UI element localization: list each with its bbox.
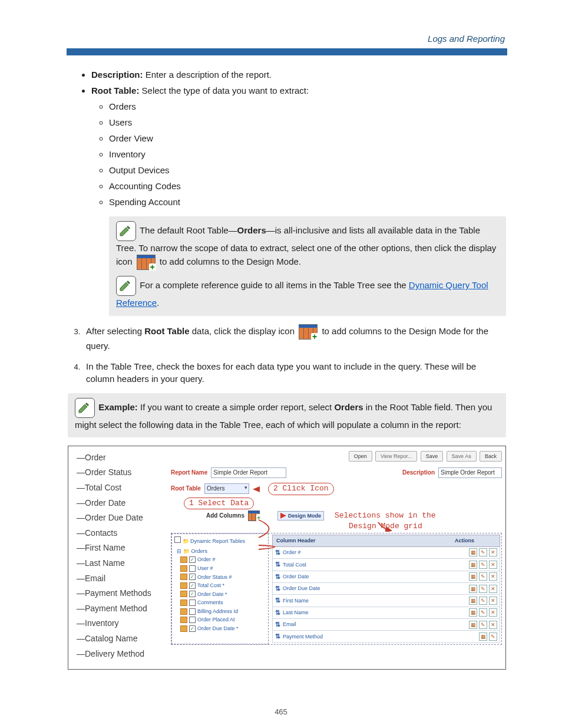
tree-node-billing-address[interactable]: Billing Address Id [180, 608, 266, 615]
field-payment-methods: —Payment Methods [77, 588, 163, 599]
action-icon[interactable]: ✎ [479, 608, 487, 617]
action-icon[interactable]: ✕ [489, 597, 497, 605]
action-icon[interactable]: ▦ [469, 608, 477, 617]
table-tree-pane: 📁 Dynamic Report Tables ⊟ 📁 Orders ✓Orde… [171, 533, 269, 644]
action-icon[interactable]: ✎ [479, 561, 487, 569]
grid-row[interactable]: ⇅First Name▦✎✕ [272, 595, 500, 607]
grid-row[interactable]: ⇅Order #▦✎✕ [272, 547, 500, 559]
screenshot-query-builder: —Order —Order Status —Total Cost —Order … [68, 446, 506, 670]
action-icon[interactable]: ▦ [479, 633, 487, 641]
callout-click-icon: 2 Click Icon [268, 483, 334, 495]
field-last-name: —Last Name [77, 558, 163, 569]
field-total-cost: —Total Cost [77, 482, 163, 494]
description-label: Description: [91, 70, 143, 80]
example-label: Example: [98, 402, 138, 412]
action-icon[interactable]: ✕ [489, 561, 497, 569]
note-pencil-icon [75, 398, 95, 418]
tree-node-order-date[interactable]: ✓Order Date * [180, 591, 266, 598]
tree-node-order-num[interactable]: ✓Order # [180, 556, 266, 564]
tree-node-total-cost[interactable]: ✓Total Cost * [180, 582, 266, 589]
screenshot-field-list: —Order —Order Status —Total Cost —Order … [68, 446, 167, 669]
field-inventory: —Inventory [77, 618, 163, 630]
tree-title: 📁 Dynamic Report Tables [174, 536, 266, 545]
action-icon[interactable]: ▦ [469, 585, 477, 593]
root-option-orders: Orders [109, 100, 506, 113]
instruction-steps: After selecting Root Table data, click t… [68, 324, 506, 385]
drag-handle-icon[interactable]: ⇅ [275, 632, 280, 641]
back-button[interactable]: Back [480, 451, 502, 462]
root-table-options-list: Orders Users Order View Inventory Output… [91, 100, 506, 208]
report-name-label: Report Name [171, 469, 207, 477]
field-definitions-list: Description: Enter a description of the … [68, 68, 506, 208]
add-columns-icon[interactable] [248, 510, 260, 521]
design-mode-chip[interactable]: Design Mode [277, 511, 324, 521]
drag-handle-icon[interactable]: ⇅ [275, 596, 280, 605]
action-icon[interactable]: ▦ [469, 548, 477, 556]
action-icon[interactable]: ✕ [489, 572, 497, 581]
design-grid-pane: Column Header Actions ⇅Order #▦✎✕ ⇅Total… [271, 533, 501, 644]
example-text-a: If you want to create a simple order rep… [138, 402, 335, 412]
action-icon[interactable]: ✎ [479, 597, 487, 605]
tree-node-orders[interactable]: ⊟ 📁 Orders [177, 548, 266, 555]
root-table-dropdown[interactable]: Orders [204, 483, 249, 494]
action-icon[interactable]: ✕ [489, 621, 497, 629]
grid-row[interactable]: ⇅Order Date▦✎✕ [272, 571, 500, 583]
field-order-date: —Order Date [77, 498, 163, 509]
step3-text-b: Root Table [144, 326, 189, 336]
tree-node-order-status[interactable]: ✓Order Status # [180, 574, 266, 581]
drag-handle-icon[interactable]: ⇅ [275, 584, 280, 593]
description-input[interactable]: Simple Order Report [438, 467, 502, 478]
grid-row[interactable]: ⇅Email▦✎✕ [272, 619, 500, 631]
grid-row[interactable]: ⇅Payment Method▦✎ [272, 631, 500, 643]
display-grid-icon: + [299, 324, 318, 340]
step3-text-a: After selecting [86, 326, 144, 336]
view-report-button[interactable]: View Repor... [375, 451, 417, 462]
step3-text-c: data, click the display icon [190, 326, 297, 336]
action-icon[interactable]: ▦ [469, 561, 477, 569]
section-header: Logs and Reporting [68, 32, 506, 45]
grid-row[interactable]: ⇅Total Cost▦✎✕ [272, 559, 500, 571]
page-number: 465 [0, 707, 562, 717]
note1-text-pre: The default Root Table— [140, 225, 237, 235]
step-3: After selecting Root Table data, click t… [82, 324, 506, 352]
open-button[interactable]: Open [349, 451, 372, 462]
field-catalog-name: —Catalog Name [77, 633, 163, 645]
design-area: 📁 Dynamic Report Tables ⊟ 📁 Orders ✓Orde… [171, 533, 502, 645]
drag-handle-icon[interactable]: ⇅ [275, 572, 280, 581]
note2-text-pre: For a complete reference guide to all it… [140, 280, 409, 290]
action-icon[interactable]: ✕ [489, 548, 497, 556]
grid-row[interactable]: ⇅Order Due Date▦✎✕ [272, 583, 500, 595]
drag-handle-icon[interactable]: ⇅ [275, 620, 280, 629]
drag-handle-icon[interactable]: ⇅ [275, 560, 280, 569]
action-icon[interactable]: ✎ [479, 585, 487, 593]
action-icon[interactable]: ✕ [489, 608, 497, 617]
tree-node-user-num[interactable]: User # [180, 565, 266, 572]
field-email: —Email [77, 573, 163, 585]
action-icon[interactable]: ▦ [469, 597, 477, 605]
action-icon[interactable]: ▦ [469, 621, 477, 629]
step-4: In the Table Tree, check the boxes for e… [82, 360, 506, 385]
grid-header: Column Header Actions [272, 535, 500, 547]
note1-text-bold: Orders [237, 225, 266, 235]
note-pencil-icon [116, 276, 136, 296]
action-icon[interactable]: ✕ [489, 585, 497, 593]
tree-node-order-placed-at[interactable]: Order Placed At [180, 616, 266, 624]
action-icon[interactable]: ✎ [489, 633, 497, 641]
root-option-spending-account: Spending Account [109, 196, 506, 208]
screenshot-toolbar: Open View Repor... Save Save As Back [171, 451, 502, 462]
grid-row[interactable]: ⇅Last Name▦✎✕ [272, 607, 500, 619]
action-icon[interactable]: ✎ [479, 572, 487, 581]
save-as-button[interactable]: Save As [447, 451, 477, 462]
action-icon[interactable]: ✎ [479, 621, 487, 629]
action-icon[interactable]: ▦ [469, 572, 477, 581]
example-text-b: Orders [334, 402, 363, 412]
grid-header-actions: Actions [451, 535, 500, 546]
root-option-order-view: Order View [109, 132, 506, 144]
tree-node-order-due-date[interactable]: ✓Order Due Date * [180, 625, 266, 633]
report-name-input[interactable]: Simple Order Report [211, 467, 286, 478]
drag-handle-icon[interactable]: ⇅ [275, 548, 280, 557]
drag-handle-icon[interactable]: ⇅ [275, 608, 280, 617]
action-icon[interactable]: ✎ [479, 548, 487, 556]
save-button[interactable]: Save [421, 451, 444, 462]
tree-node-comments[interactable]: Comments [180, 599, 266, 607]
